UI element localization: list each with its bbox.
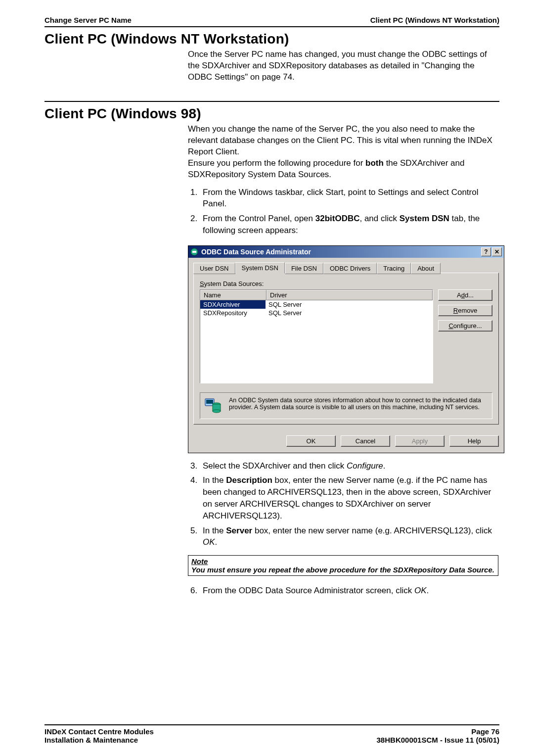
cell-driver: SQL Server [266, 309, 433, 317]
odbc-dialog: ODBC Data Source Administrator ? ✕ User … [188, 245, 504, 453]
ok-button[interactable]: OK [286, 435, 336, 447]
tabs: User DSN System DSN File DSN ODBC Driver… [193, 262, 499, 273]
footer-left-2: Installation & Maintenance [44, 736, 154, 744]
data-sources-list[interactable]: Name Driver SDXArchiver SQL Server SDXRe… [200, 289, 433, 383]
header-left: Change Server PC Name [44, 16, 132, 24]
close-button[interactable]: ✕ [492, 247, 502, 256]
odbc-icon [190, 248, 198, 256]
tab-file-dsn[interactable]: File DSN [285, 263, 323, 274]
steps-list-2: Select the SDXArchiver and then click Co… [188, 460, 499, 549]
cancel-button[interactable]: Cancel [341, 435, 390, 447]
footer-right-2: 38HBK00001SCM - Issue 11 (05/01) [377, 736, 499, 744]
section2-para2: Ensure you perform the following procedu… [188, 158, 499, 181]
tab-user-dsn[interactable]: User DSN [193, 263, 235, 274]
steps-list: From the Windows taskbar, click Start, p… [188, 187, 499, 236]
svg-point-6 [213, 410, 221, 413]
footer-right-1: Page 76 [377, 727, 499, 736]
header-right: Client PC (Windows NT Workstation) [370, 16, 499, 24]
step-6-a: From the ODBC Data Source Administrator … [203, 586, 414, 595]
configure-button[interactable]: Configure... [438, 320, 492, 331]
info-box: An ODBC System data source stores inform… [200, 392, 492, 419]
tab-panel: System Data Sources: Name Driver SDXArch… [193, 273, 499, 425]
sds-label-u: S [200, 280, 204, 287]
step-4: In the Description box, enter the new Se… [200, 474, 499, 521]
step-2-d: System DSN [400, 214, 449, 223]
step-4-b: Description [226, 475, 272, 485]
note-body: You must ensure you repeat the above pro… [191, 566, 495, 574]
section1-para: Once the Server PC name has changed, you… [188, 49, 499, 83]
step-4-a: In the [203, 475, 226, 485]
tab-system-dsn[interactable]: System DSN [235, 262, 285, 274]
step-5-c: box, enter the new server name (e.g. ARC… [252, 526, 492, 535]
page-footer: INDeX Contact Centre Modules Installatio… [44, 724, 499, 744]
col-name[interactable]: Name [200, 290, 267, 300]
step-5-b: Server [226, 526, 252, 535]
step-3-c: . [383, 461, 386, 471]
add-u: d [461, 291, 465, 299]
sds-label-rest: ystem Data Sources: [204, 280, 264, 287]
help-button-footer[interactable]: Help [449, 435, 499, 447]
dialog-footer: OK Cancel Apply Help [188, 429, 504, 453]
tab-odbc-drivers[interactable]: ODBC Drivers [323, 263, 377, 274]
remove-u: R [453, 307, 458, 314]
step-2-a: From the Control Panel, open [203, 214, 315, 223]
cell-name: SDXArchiver [200, 300, 266, 309]
section2-para1: When you change the name of the Server P… [188, 124, 499, 158]
dialog-titlebar: ODBC Data Source Administrator ? ✕ [188, 246, 504, 258]
section1-title: Client PC (Windows NT Workstation) [44, 31, 499, 47]
apply-button[interactable]: Apply [395, 435, 445, 447]
tab-tracing[interactable]: Tracing [377, 263, 411, 274]
page-header: Change Server PC Name Client PC (Windows… [44, 16, 499, 27]
step-3-a: Select the SDXArchiver and then click [203, 461, 347, 471]
svg-rect-1 [192, 251, 196, 253]
step-6-b: OK [414, 586, 427, 595]
note-heading: Note [191, 557, 495, 566]
remove-post: emove [458, 307, 477, 314]
step-5: In the Server box, enter the new server … [200, 525, 499, 549]
step-5-d: OK [203, 537, 215, 547]
step-3: Select the SDXArchiver and then click Co… [200, 460, 499, 472]
step-3-b: Configure [347, 461, 383, 471]
cell-name: SDXRepository [200, 309, 266, 317]
note-box: Note You must ensure you repeat the abov… [188, 555, 498, 576]
database-icon [204, 397, 222, 415]
step-6-c: . [427, 586, 429, 595]
dialog-title: ODBC Data Source Administrator [201, 248, 311, 256]
step-1: From the Windows taskbar, click Start, p… [200, 187, 499, 210]
remove-button[interactable]: Remove [438, 305, 492, 316]
step-6: From the ODBC Data Source Administrator … [200, 585, 499, 597]
add-post: d... [465, 291, 474, 299]
step-5-e: . [215, 537, 218, 547]
step-5-a: In the [203, 526, 226, 535]
section2-title: Client PC (Windows 98) [44, 106, 499, 122]
section2-para2-pre: Ensure you perform the following procedu… [188, 158, 365, 168]
section2-para2-bold: both [365, 158, 384, 168]
info-text: An ODBC System data source stores inform… [229, 397, 488, 415]
col-driver[interactable]: Driver [267, 290, 433, 300]
configure-u: C [448, 322, 453, 330]
cell-driver: SQL Server [266, 300, 433, 309]
footer-left-1: INDeX Contact Centre Modules [44, 727, 154, 736]
list-header: Name Driver [200, 290, 433, 300]
tab-about[interactable]: About [411, 263, 441, 274]
steps-list-3: From the ODBC Data Source Administrator … [188, 585, 499, 597]
add-button[interactable]: Add... [438, 289, 492, 301]
list-row[interactable]: SDXRepository SQL Server [200, 309, 433, 317]
configure-post: onfigure... [453, 322, 482, 330]
system-data-sources-label: System Data Sources: [200, 280, 492, 287]
step-2-b: 32bitODBC [315, 214, 360, 223]
step-2-c: , and click [359, 214, 399, 223]
divider [44, 101, 499, 102]
list-row[interactable]: SDXArchiver SQL Server [200, 300, 433, 309]
step-2: From the Control Panel, open 32bitODBC, … [200, 213, 499, 236]
add-pre: A [457, 291, 461, 299]
svg-rect-3 [206, 400, 213, 404]
help-button[interactable]: ? [481, 247, 491, 256]
